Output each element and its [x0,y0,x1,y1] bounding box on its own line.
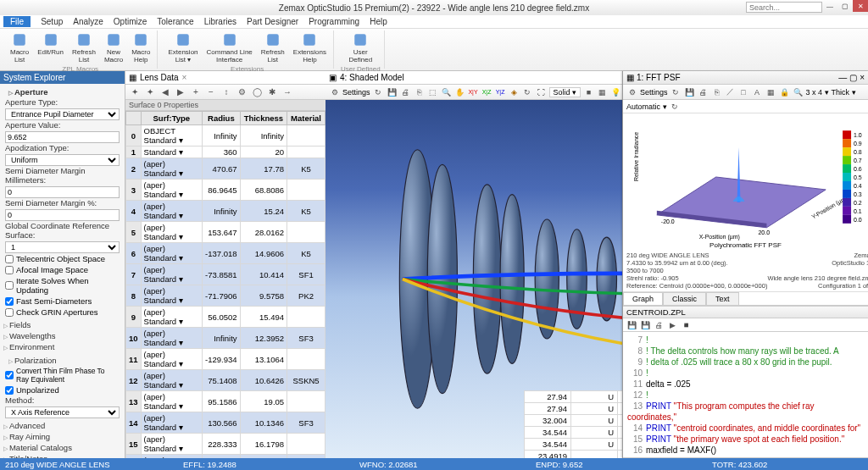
explorer-aperture[interactable]: Aperture [5,86,120,97]
render-settings-label[interactable]: Settings [342,88,370,97]
add-icon[interactable]: + [190,86,202,98]
menu-programming[interactable]: Programming [309,17,359,26]
zoom-icon[interactable]: 🔍 [793,86,804,97]
saveall-icon[interactable]: 💾 [640,319,651,330]
minimize-icon[interactable]: — [838,73,847,82]
menu-help[interactable]: Help [370,17,387,26]
ribbon-edit-run[interactable]: Edit/Run [34,30,67,65]
menu-part-designer[interactable]: Part Designer [247,17,298,26]
y-view-icon[interactable]: X|Z [481,86,492,97]
close-icon[interactable]: × [182,73,187,82]
tab-graph[interactable]: Graph [623,292,663,305]
code-editor[interactable]: 7!8! The delta controls how many rays wi… [623,332,868,457]
gcrs-select[interactable]: 1 [5,241,120,253]
aperture-value-input[interactable] [5,131,120,143]
render-mode-select[interactable]: Solid ▾ [549,87,581,97]
afocal-checkbox[interactable] [5,266,14,274]
close-button[interactable]: ✕ [853,0,868,12]
right-icon[interactable]: ▶ [175,86,186,98]
insert-icon[interactable]: ✦ [129,86,141,98]
fastsemi-checkbox[interactable] [5,297,14,306]
run-icon[interactable]: ▶ [667,319,678,330]
print-icon[interactable]: 🖨 [698,86,709,97]
zoom-icon[interactable]: 🔍 [441,86,452,97]
delete-icon[interactable]: ✦ [144,86,156,98]
refresh-icon[interactable]: ↻ [670,86,682,97]
psf-automatic-select[interactable]: Automatic ▾ [626,102,667,111]
sdmm-input[interactable] [5,186,120,198]
ribbon-user-defined[interactable]: UserDefined [346,30,376,65]
tree-environment[interactable]: Environment [0,341,125,352]
gear-icon[interactable]: ⚙ [626,86,637,97]
menu-optimize[interactable]: Optimize [114,17,147,26]
ribbon-refresh-list[interactable]: RefreshList [258,30,288,65]
bulb-icon[interactable]: 💡 [610,86,621,97]
maximize-icon[interactable]: ▢ [849,73,857,82]
stop-icon[interactable]: ◾ [681,319,692,330]
tree-wavelengths[interactable]: Wavelengths [0,330,125,341]
z-view-icon[interactable]: Y|Z [495,86,506,97]
method-select[interactable]: X Axis Reference [5,406,120,418]
print-icon[interactable]: 🖨 [654,319,665,330]
ribbon-command-line-interface[interactable]: Command LineInterface [203,30,256,65]
psf-canvas[interactable]: Relative Irradiance X-Position (µm) Y-Po… [623,113,868,241]
rotate-icon[interactable]: ↻ [522,86,533,97]
arrows-icon[interactable]: ↕ [220,86,232,98]
tree-material-catalogs[interactable]: Material Catalogs [0,442,125,453]
square-icon[interactable]: □ [738,86,749,97]
menu-analyze[interactable]: Analyze [73,17,103,26]
ribbon-macro-list[interactable]: MacroList [7,30,32,65]
print-icon[interactable]: 🖨 [400,86,411,97]
save-icon[interactable]: 💾 [387,86,398,97]
lens-data-table[interactable]: Surf:TypeRadiusThicknessMaterial0OBJECT … [125,111,326,458]
copy-icon[interactable]: ⎘ [414,86,425,97]
copy-icon[interactable]: ⎘ [711,86,722,97]
apodization-select[interactable]: Uniform [5,154,120,166]
close-icon[interactable]: × [860,73,865,82]
grid-icon[interactable]: ▦ [765,86,776,97]
convert-tf-checkbox[interactable] [5,371,14,379]
ribbon-extensions-help[interactable]: ExtensionsHelp [290,30,330,65]
ribbon-macro-help[interactable]: MacroHelp [128,30,153,65]
line-icon[interactable]: ／ [725,86,736,97]
menu-setup[interactable]: Setup [41,17,63,26]
pan-icon[interactable]: ✋ [454,86,465,97]
iterate-checkbox[interactable] [5,281,14,290]
checkgrin-checkbox[interactable] [5,308,14,317]
fit-icon[interactable]: ⛶ [536,86,547,97]
explorer-polarization[interactable]: Polarization [5,355,120,366]
aperture-type-select[interactable]: Entrance Pupil Diameter [5,108,120,120]
tree-fields[interactable]: Fields [0,319,125,330]
asterisk-icon[interactable]: ✱ [266,86,278,98]
maximize-button[interactable]: ▢ [837,0,853,12]
gear-icon[interactable]: ⚙ [329,86,340,97]
select-icon[interactable]: ⬚ [427,86,438,97]
unpolarized-checkbox[interactable] [5,386,14,395]
telecentric-checkbox[interactable] [5,255,14,263]
text-icon[interactable]: A [752,86,763,97]
psf-settings[interactable]: Settings [640,88,668,97]
goto-icon[interactable]: → [281,86,293,98]
tree-ray-aiming[interactable]: Ray Aiming [0,431,125,442]
save-icon[interactable]: 💾 [626,319,637,330]
ring-icon[interactable]: ◯ [251,86,263,98]
psf-grid-select[interactable]: 3 x 4 ▾ [806,88,829,97]
gear-icon[interactable]: ⚙ [236,86,248,98]
menu-libraries[interactable]: Libraries [204,17,236,26]
color2-icon[interactable]: ▦ [597,86,608,97]
minimize-button[interactable]: — [822,0,837,12]
refresh-icon[interactable]: ↻ [373,86,384,97]
lock-icon[interactable]: 🔒 [779,86,790,97]
tab-classic[interactable]: Classic [663,292,706,305]
code-file-tab[interactable]: CENTROID.ZPL [626,307,686,317]
menu-tolerance[interactable]: Tolerance [157,17,193,26]
sdmp-input[interactable] [5,209,120,221]
save-icon[interactable]: 💾 [684,86,695,97]
color1-icon[interactable]: ■ [583,86,594,97]
psf-thick-select[interactable]: Thick ▾ [832,88,856,97]
refresh2-icon[interactable]: ↻ [669,101,680,112]
ribbon-refresh-list[interactable]: RefreshList [69,30,99,65]
ribbon-new-macro[interactable]: NewMacro [101,30,126,65]
search-input[interactable] [746,2,822,13]
tab-text[interactable]: Text [706,292,739,305]
